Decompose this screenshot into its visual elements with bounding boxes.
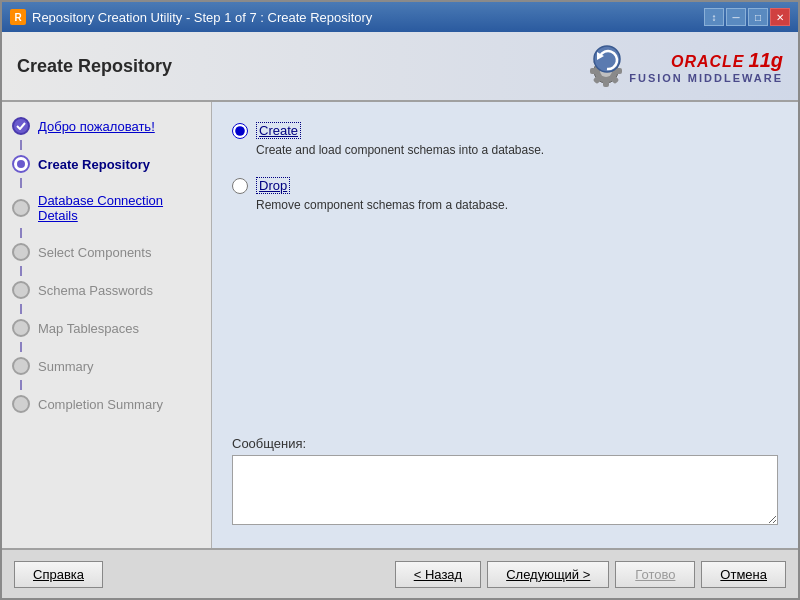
- sidebar-label-select-components: Select Components: [38, 245, 151, 260]
- title-controls: ↕ ─ □ ✕: [704, 8, 790, 26]
- sidebar-item-create-repository[interactable]: Create Repository: [2, 150, 211, 178]
- oracle-header-right: ORACLE 11g FUSION MIDDLEWARE: [569, 39, 783, 94]
- back-button[interactable]: < Назад: [395, 561, 481, 588]
- step-line-7: [20, 380, 22, 390]
- step-indicator-summary: [12, 357, 30, 375]
- drop-option-desc: Remove component schemas from a database…: [256, 198, 778, 212]
- finish-button-label: Готово: [635, 567, 675, 582]
- sidebar-item-select-components: Select Components: [2, 238, 211, 266]
- oracle-logo: ORACLE: [671, 53, 745, 71]
- drop-radio[interactable]: [232, 178, 248, 194]
- footer-left: Справка: [14, 561, 103, 588]
- help-button[interactable]: Справка: [14, 561, 103, 588]
- footer-right: < Назад Следующий > Готово Отмена: [395, 561, 786, 588]
- page-title: Create Repository: [17, 56, 172, 77]
- fusion-middleware-text: FUSION MIDDLEWARE: [629, 72, 783, 84]
- oracle-brand: ORACLE 11g FUSION MIDDLEWARE: [629, 49, 783, 84]
- app-icon: R: [10, 9, 26, 25]
- create-radio-label[interactable]: Create: [256, 122, 301, 139]
- title-bar-left: R Repository Creation Utility - Step 1 o…: [10, 9, 372, 25]
- sidebar-label-completion-summary: Completion Summary: [38, 397, 163, 412]
- main-window: R Repository Creation Utility - Step 1 o…: [0, 0, 800, 600]
- step-line-2: [20, 178, 22, 188]
- step-line-4: [20, 266, 22, 276]
- maximize-button[interactable]: □: [748, 8, 768, 26]
- sidebar-label-welcome: Добро пожаловать!: [38, 119, 155, 134]
- create-option-row: Create: [232, 122, 778, 139]
- step-line-1: [20, 140, 22, 150]
- footer: Справка < Назад Следующий > Готово Отмен…: [2, 548, 798, 598]
- sidebar-label-summary: Summary: [38, 359, 94, 374]
- step-indicator-db-connection: [12, 199, 30, 217]
- step-indicator-map-tablespaces: [12, 319, 30, 337]
- sidebar-item-db-connection[interactable]: Database Connection Details: [2, 188, 211, 228]
- messages-label: Сообщения:: [232, 436, 778, 451]
- window-title: Repository Creation Utility - Step 1 of …: [32, 10, 372, 25]
- finish-button[interactable]: Готово: [615, 561, 695, 588]
- step-indicator-schema-passwords: [12, 281, 30, 299]
- svg-rect-3: [603, 79, 609, 87]
- restore-button[interactable]: ↕: [704, 8, 724, 26]
- sidebar-item-completion-summary: Completion Summary: [2, 390, 211, 418]
- sidebar-item-map-tablespaces: Map Tablespaces: [2, 314, 211, 342]
- cancel-button[interactable]: Отмена: [701, 561, 786, 588]
- step-indicator-welcome: [12, 117, 30, 135]
- content-area: Create Create and load component schemas…: [212, 102, 798, 548]
- version-badge: 11g: [749, 49, 783, 72]
- minimize-button[interactable]: ─: [726, 8, 746, 26]
- create-radio[interactable]: [232, 123, 248, 139]
- back-button-label: < Назад: [414, 567, 462, 582]
- sidebar: Добро пожаловать! Create Repository Data…: [2, 102, 212, 548]
- title-bar: R Repository Creation Utility - Step 1 o…: [2, 2, 798, 32]
- step-line-3: [20, 228, 22, 238]
- gear-icon-area: [569, 39, 629, 94]
- step-line-6: [20, 342, 22, 352]
- sidebar-label-map-tablespaces: Map Tablespaces: [38, 321, 139, 336]
- step-indicator-completion-summary: [12, 395, 30, 413]
- sidebar-item-summary: Summary: [2, 352, 211, 380]
- drop-radio-label[interactable]: Drop: [256, 177, 290, 194]
- sidebar-label-schema-passwords: Schema Passwords: [38, 283, 153, 298]
- main-content: Добро пожаловать! Create Repository Data…: [2, 102, 798, 548]
- step-indicator-select-components: [12, 243, 30, 261]
- radio-group: Create Create and load component schemas…: [232, 122, 778, 426]
- svg-rect-4: [590, 68, 598, 74]
- sidebar-item-schema-passwords: Schema Passwords: [2, 276, 211, 304]
- step-line-5: [20, 304, 22, 314]
- sidebar-item-welcome[interactable]: Добро пожаловать!: [2, 112, 211, 140]
- drop-option: Drop Remove component schemas from a dat…: [232, 177, 778, 212]
- cancel-button-label: Отмена: [720, 567, 767, 582]
- help-button-label: Справка: [33, 567, 84, 582]
- drop-option-row: Drop: [232, 177, 778, 194]
- gear-icon: [569, 39, 629, 94]
- messages-box[interactable]: [232, 455, 778, 525]
- next-button[interactable]: Следующий >: [487, 561, 609, 588]
- create-option-desc: Create and load component schemas into a…: [256, 143, 778, 157]
- sidebar-label-create-repository: Create Repository: [38, 157, 150, 172]
- create-option: Create Create and load component schemas…: [232, 122, 778, 157]
- sidebar-label-db-connection: Database Connection Details: [38, 193, 203, 223]
- header-area: Create Repository: [2, 32, 798, 102]
- step-indicator-create-repository: [12, 155, 30, 173]
- next-button-label: Следующий >: [506, 567, 590, 582]
- messages-section: Сообщения:: [232, 436, 778, 528]
- close-button[interactable]: ✕: [770, 8, 790, 26]
